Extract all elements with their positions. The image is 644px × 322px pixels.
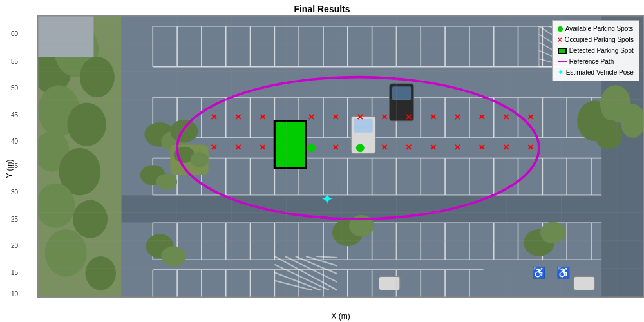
legend-label-detected: Detected Parking Spot: [569, 45, 634, 56]
svg-text:×: ×: [454, 111, 460, 123]
legend-item-vehicle: ✦ Estimated Vehicle Pose: [558, 67, 634, 78]
legend: Available Parking Spots × Occupied Parki…: [552, 20, 639, 81]
occupied-spots-icon: ×: [558, 36, 562, 44]
svg-point-6: [67, 102, 106, 146]
svg-text:×: ×: [527, 111, 534, 123]
svg-text:×: ×: [211, 142, 217, 154]
svg-text:×: ×: [406, 111, 412, 123]
legend-label-available: Available Parking Spots: [565, 23, 633, 34]
svg-point-11: [45, 229, 87, 277]
svg-point-185: [307, 144, 316, 153]
svg-text:×: ×: [430, 111, 437, 123]
legend-item-detected: Detected Parking Spot: [558, 45, 634, 56]
x-axis-label: X (m): [37, 310, 644, 322]
y-tick-45: 45: [11, 111, 18, 118]
svg-point-152: [191, 152, 209, 167]
svg-text:×: ×: [235, 111, 242, 123]
svg-point-4: [80, 57, 115, 97]
svg-text:×: ×: [430, 142, 437, 154]
legend-label-reference: Reference Path: [569, 56, 614, 67]
svg-text:×: ×: [332, 142, 339, 154]
svg-point-145: [161, 246, 186, 267]
y-tick-55: 55: [11, 58, 18, 65]
svg-point-139: [156, 174, 177, 190]
svg-rect-154: [274, 121, 306, 169]
svg-text:×: ×: [332, 111, 339, 123]
y-tick-30: 30: [11, 189, 18, 196]
y-tick-25: 25: [11, 216, 18, 223]
svg-point-186: [356, 144, 365, 153]
svg-text:×: ×: [211, 111, 217, 123]
chart-area: Y (m): [0, 15, 644, 322]
svg-text:×: ×: [454, 142, 460, 154]
svg-text:×: ×: [478, 142, 485, 154]
legend-item-occupied: × Occupied Parking Spots: [558, 34, 634, 45]
reference-path-icon: [558, 61, 567, 62]
svg-text:×: ×: [260, 142, 266, 154]
svg-text:×: ×: [406, 142, 412, 154]
svg-text:×: ×: [308, 111, 315, 123]
svg-text:×: ×: [260, 111, 266, 123]
legend-item-available: Available Parking Spots: [558, 23, 634, 34]
y-tick-15: 15: [11, 269, 18, 276]
vehicle-pose-icon: ✦: [558, 69, 564, 76]
svg-point-142: [594, 120, 622, 149]
svg-point-12: [85, 256, 116, 290]
legend-item-reference: Reference Path: [558, 56, 634, 67]
svg-text:×: ×: [478, 111, 485, 123]
svg-text:×: ×: [527, 142, 534, 154]
y-tick-60: 60: [11, 30, 18, 37]
plot-area: × × × × × × × × × × × × ×: [37, 15, 644, 298]
y-tick-20: 20: [11, 242, 18, 249]
main-container: Final Results Y (m): [0, 0, 644, 322]
legend-label-occupied: Occupied Parking Spots: [565, 34, 634, 45]
svg-rect-159: [379, 276, 399, 290]
chart-title: Final Results: [0, 0, 644, 15]
y-tick-35: 35: [11, 162, 18, 169]
available-spots-icon: [558, 26, 563, 32]
svg-text:×: ×: [357, 111, 363, 123]
svg-point-137: [170, 120, 198, 143]
svg-point-10: [73, 200, 108, 238]
legend-label-vehicle: Estimated Vehicle Pose: [566, 67, 634, 78]
svg-text:✦: ✦: [321, 191, 333, 207]
svg-rect-13: [38, 16, 93, 57]
svg-rect-158: [392, 86, 411, 100]
detected-spot-icon: [558, 48, 567, 54]
y-tick-40: 40: [11, 138, 18, 145]
y-tick-50: 50: [11, 84, 18, 91]
y-tick-10: 10: [11, 290, 18, 298]
svg-text:×: ×: [381, 142, 388, 154]
svg-rect-160: [574, 276, 594, 290]
svg-text:×: ×: [381, 111, 388, 123]
svg-point-149: [540, 222, 565, 243]
svg-text:×: ×: [235, 142, 242, 154]
